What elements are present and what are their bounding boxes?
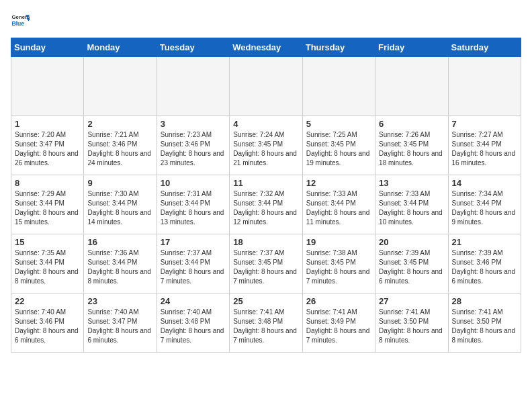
cell-info: Sunrise: 7:37 AMSunset: 3:44 PMDaylight:… <box>161 248 226 286</box>
day-number: 14 <box>452 178 517 188</box>
calendar-cell: 11Sunrise: 7:32 AMSunset: 3:44 PMDayligh… <box>230 175 302 234</box>
calendar-week-1 <box>11 57 521 116</box>
day-number: 27 <box>379 296 444 306</box>
cell-info: Sunrise: 7:26 AMSunset: 3:45 PMDaylight:… <box>379 130 444 168</box>
cell-info: Sunrise: 7:23 AMSunset: 3:46 PMDaylight:… <box>161 130 226 168</box>
weekday-header-wednesday: Wednesday <box>230 38 302 57</box>
calendar-cell: 5Sunrise: 7:25 AMSunset: 3:45 PMDaylight… <box>302 116 375 175</box>
day-number: 19 <box>306 237 371 247</box>
cell-info: Sunrise: 7:25 AMSunset: 3:45 PMDaylight:… <box>306 130 371 168</box>
calendar-cell: 22Sunrise: 7:40 AMSunset: 3:46 PMDayligh… <box>11 293 84 353</box>
calendar-cell: 3Sunrise: 7:23 AMSunset: 3:46 PMDaylight… <box>157 116 229 175</box>
calendar-cell: 16Sunrise: 7:36 AMSunset: 3:44 PMDayligh… <box>84 234 157 293</box>
cell-info: Sunrise: 7:21 AMSunset: 3:46 PMDaylight:… <box>87 130 152 168</box>
calendar-week-2: 1Sunrise: 7:20 AMSunset: 3:47 PMDaylight… <box>11 116 521 175</box>
day-number: 4 <box>233 119 298 129</box>
calendar-cell <box>302 57 375 116</box>
cell-info: Sunrise: 7:35 AMSunset: 3:44 PMDaylight:… <box>15 248 80 286</box>
cell-info: Sunrise: 7:39 AMSunset: 3:46 PMDaylight:… <box>452 248 517 286</box>
logo: General Blue <box>11 11 32 30</box>
day-number: 2 <box>87 119 152 129</box>
calendar-table: SundayMondayTuesdayWednesdayThursdayFrid… <box>11 38 521 353</box>
calendar-cell: 23Sunrise: 7:40 AMSunset: 3:47 PMDayligh… <box>84 293 157 353</box>
calendar-cell: 8Sunrise: 7:29 AMSunset: 3:44 PMDaylight… <box>11 175 84 234</box>
cell-info: Sunrise: 7:41 AMSunset: 3:49 PMDaylight:… <box>306 308 371 345</box>
day-number: 3 <box>161 119 226 129</box>
cell-info: Sunrise: 7:41 AMSunset: 3:48 PMDaylight:… <box>233 308 298 345</box>
calendar-cell: 6Sunrise: 7:26 AMSunset: 3:45 PMDaylight… <box>375 116 448 175</box>
cell-info: Sunrise: 7:31 AMSunset: 3:44 PMDaylight:… <box>161 189 226 227</box>
page-header: General Blue <box>11 11 521 30</box>
calendar-cell <box>375 57 448 116</box>
day-number: 20 <box>379 237 444 247</box>
cell-info: Sunrise: 7:39 AMSunset: 3:45 PMDaylight:… <box>379 248 444 286</box>
cell-info: Sunrise: 7:33 AMSunset: 3:44 PMDaylight:… <box>379 189 444 227</box>
calendar-cell: 15Sunrise: 7:35 AMSunset: 3:44 PMDayligh… <box>11 234 84 293</box>
calendar-cell: 20Sunrise: 7:39 AMSunset: 3:45 PMDayligh… <box>375 234 448 293</box>
cell-info: Sunrise: 7:41 AMSunset: 3:50 PMDaylight:… <box>452 308 517 345</box>
day-number: 9 <box>87 178 152 188</box>
weekday-header-saturday: Saturday <box>448 38 521 57</box>
calendar-cell: 27Sunrise: 7:41 AMSunset: 3:50 PMDayligh… <box>375 293 448 353</box>
cell-info: Sunrise: 7:27 AMSunset: 3:44 PMDaylight:… <box>452 130 517 168</box>
cell-info: Sunrise: 7:34 AMSunset: 3:44 PMDaylight:… <box>452 189 517 227</box>
calendar-week-5: 22Sunrise: 7:40 AMSunset: 3:46 PMDayligh… <box>11 293 521 353</box>
weekday-header-friday: Friday <box>375 38 448 57</box>
calendar-cell: 26Sunrise: 7:41 AMSunset: 3:49 PMDayligh… <box>302 293 375 353</box>
cell-info: Sunrise: 7:20 AMSunset: 3:47 PMDaylight:… <box>15 130 80 168</box>
day-number: 28 <box>452 296 517 306</box>
svg-text:Blue: Blue <box>12 20 25 27</box>
calendar-cell: 21Sunrise: 7:39 AMSunset: 3:46 PMDayligh… <box>448 234 521 293</box>
day-number: 22 <box>15 296 80 306</box>
day-number: 21 <box>452 237 517 247</box>
day-number: 6 <box>379 119 444 129</box>
cell-info: Sunrise: 7:37 AMSunset: 3:45 PMDaylight:… <box>233 248 298 286</box>
weekday-header-tuesday: Tuesday <box>157 38 229 57</box>
weekday-header-thursday: Thursday <box>302 38 375 57</box>
weekday-header-sunday: Sunday <box>11 38 84 57</box>
calendar-cell: 13Sunrise: 7:33 AMSunset: 3:44 PMDayligh… <box>375 175 448 234</box>
day-number: 25 <box>233 296 298 306</box>
cell-info: Sunrise: 7:40 AMSunset: 3:46 PMDaylight:… <box>15 308 80 345</box>
day-number: 16 <box>87 237 152 247</box>
day-number: 13 <box>379 178 444 188</box>
cell-info: Sunrise: 7:24 AMSunset: 3:45 PMDaylight:… <box>233 130 298 168</box>
weekday-header-monday: Monday <box>84 38 157 57</box>
cell-info: Sunrise: 7:32 AMSunset: 3:44 PMDaylight:… <box>233 189 298 227</box>
cell-info: Sunrise: 7:36 AMSunset: 3:44 PMDaylight:… <box>87 248 152 286</box>
day-number: 10 <box>161 178 226 188</box>
day-number: 26 <box>306 296 371 306</box>
calendar-cell: 10Sunrise: 7:31 AMSunset: 3:44 PMDayligh… <box>157 175 229 234</box>
calendar-cell: 14Sunrise: 7:34 AMSunset: 3:44 PMDayligh… <box>448 175 521 234</box>
calendar-cell: 9Sunrise: 7:30 AMSunset: 3:44 PMDaylight… <box>84 175 157 234</box>
day-number: 7 <box>452 119 517 129</box>
day-number: 24 <box>161 296 226 306</box>
calendar-cell <box>230 57 302 116</box>
cell-info: Sunrise: 7:33 AMSunset: 3:44 PMDaylight:… <box>306 189 371 227</box>
calendar-cell: 2Sunrise: 7:21 AMSunset: 3:46 PMDaylight… <box>84 116 157 175</box>
calendar-cell <box>157 57 229 116</box>
calendar-week-4: 15Sunrise: 7:35 AMSunset: 3:44 PMDayligh… <box>11 234 521 293</box>
calendar-cell: 19Sunrise: 7:38 AMSunset: 3:45 PMDayligh… <box>302 234 375 293</box>
day-number: 5 <box>306 119 371 129</box>
calendar-cell <box>84 57 157 116</box>
day-number: 15 <box>15 237 80 247</box>
day-number: 18 <box>233 237 298 247</box>
calendar-cell: 18Sunrise: 7:37 AMSunset: 3:45 PMDayligh… <box>230 234 302 293</box>
calendar-week-3: 8Sunrise: 7:29 AMSunset: 3:44 PMDaylight… <box>11 175 521 234</box>
cell-info: Sunrise: 7:41 AMSunset: 3:50 PMDaylight:… <box>379 308 444 345</box>
calendar-cell: 24Sunrise: 7:40 AMSunset: 3:48 PMDayligh… <box>157 293 229 353</box>
calendar-cell <box>11 57 84 116</box>
day-number: 17 <box>161 237 226 247</box>
calendar-cell: 25Sunrise: 7:41 AMSunset: 3:48 PMDayligh… <box>230 293 302 353</box>
calendar-cell: 17Sunrise: 7:37 AMSunset: 3:44 PMDayligh… <box>157 234 229 293</box>
cell-info: Sunrise: 7:30 AMSunset: 3:44 PMDaylight:… <box>87 189 152 227</box>
cell-info: Sunrise: 7:40 AMSunset: 3:48 PMDaylight:… <box>161 308 226 345</box>
day-number: 12 <box>306 178 371 188</box>
calendar-cell: 1Sunrise: 7:20 AMSunset: 3:47 PMDaylight… <box>11 116 84 175</box>
calendar-cell: 4Sunrise: 7:24 AMSunset: 3:45 PMDaylight… <box>230 116 302 175</box>
calendar-cell: 28Sunrise: 7:41 AMSunset: 3:50 PMDayligh… <box>448 293 521 353</box>
logo-icon: General Blue <box>11 11 30 30</box>
calendar-cell <box>448 57 521 116</box>
cell-info: Sunrise: 7:38 AMSunset: 3:45 PMDaylight:… <box>306 248 371 286</box>
